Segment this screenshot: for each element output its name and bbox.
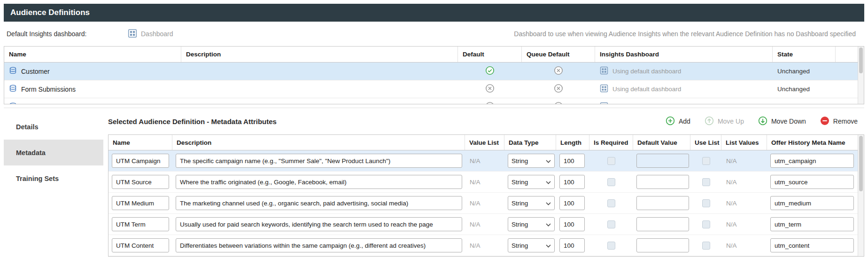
col-header-use-list[interactable]: Use List [690,135,721,150]
offer-history-meta-name-input[interactable] [770,217,854,231]
length-input[interactable] [559,154,585,168]
default-dashboard-picker[interactable]: Dashboard [128,29,173,39]
description-input[interactable] [176,175,462,189]
name-input[interactable] [112,217,169,231]
is-required-checkbox[interactable] [607,199,615,207]
data-type-select[interactable]: String [508,175,555,189]
table-row-customer[interactable]: Customer Using default [4,63,858,80]
metadata-row-utm-term[interactable]: N/A String N/A [108,214,858,235]
is-required-checkbox[interactable] [607,178,615,186]
length-input[interactable] [559,217,585,231]
move-up-icon [705,116,714,127]
remove-button[interactable]: Remove [820,116,858,127]
col-header-list-values[interactable]: List Values [721,135,767,150]
move-down-button[interactable]: Move Down [758,116,806,127]
default-dashboard-help: Dashboard to use when viewing Audience I… [514,30,864,38]
col-header-name[interactable]: Name [4,47,181,62]
table-row-form-submissions[interactable]: Form Submissions Using [4,80,858,98]
length-input[interactable] [559,238,585,252]
offer-history-meta-name-input[interactable] [770,154,854,168]
is-required-checkbox[interactable] [607,242,615,250]
data-type-select[interactable]: String [508,238,555,252]
is-required-checkbox[interactable] [607,157,615,165]
scrollbar-thumb[interactable] [859,136,863,191]
x-circle-icon [554,66,563,77]
col-header-name[interactable]: Name [108,135,172,150]
check-circle-icon [485,66,495,77]
sidebar-item-details[interactable]: Details [4,114,103,140]
col-header-is-required[interactable]: Is Required [589,135,633,150]
default-value-input[interactable] [636,154,689,168]
sidebar-item-label: Details [16,123,39,131]
name-input[interactable] [112,175,169,189]
metadata-row-utm-campaign[interactable]: N/A String N/A [108,150,858,172]
metadata-table-scrollbar[interactable] [858,135,864,256]
use-list-checkbox[interactable] [702,199,710,207]
col-header-state[interactable]: State [773,47,836,62]
page: Audience Definitions Default Insights da… [0,0,868,259]
sidebar-item-metadata[interactable]: Metadata [4,140,103,165]
definitions-table-body: Customer Using default [4,63,858,104]
page-title-bar: Audience Definitions [4,4,864,22]
col-header-data-type[interactable]: Data Type [504,135,556,150]
name-input[interactable] [112,238,169,252]
default-value-input[interactable] [636,217,689,231]
definition-name: Customer [21,68,50,75]
col-header-value-list[interactable]: Value List [465,135,504,150]
data-type-value: String [512,221,528,228]
offer-history-meta-name-input[interactable] [770,196,854,210]
default-value-input[interactable] [636,175,689,189]
col-header-offer-history-meta-name[interactable]: Offer History Meta Name [767,135,858,150]
is-required-checkbox[interactable] [607,220,615,228]
sidebar-item-label: Metadata [16,149,46,157]
col-header-length[interactable]: Length [556,135,589,150]
move-up-button[interactable]: Move Up [705,116,744,127]
data-type-select[interactable]: String [508,217,555,231]
default-dashboard-value: Dashboard [141,30,173,38]
metadata-row-utm-medium[interactable]: N/A String N/A [108,193,858,214]
default-value-input[interactable] [636,238,689,252]
metadata-row-utm-source[interactable]: N/A String N/A [108,172,858,193]
insights-dashboard-value: Using default dashboard [612,86,681,93]
name-input[interactable] [112,154,169,168]
data-type-select[interactable]: String [508,154,555,168]
description-input[interactable] [176,154,462,168]
description-input[interactable] [176,217,462,231]
scrollbar-thumb[interactable] [859,47,863,73]
length-input[interactable] [559,196,585,210]
add-button[interactable]: Add [666,116,690,127]
col-header-insights-dashboard[interactable]: Insights Dashboard [595,47,773,62]
sidebar-item-training-sets[interactable]: Training Sets [4,165,103,191]
default-value-input[interactable] [636,196,689,210]
use-list-checkbox[interactable] [702,157,710,165]
use-list-checkbox[interactable] [702,242,710,250]
metadata-panel-title: Selected Audience Definition - Metadata … [108,118,277,126]
data-type-select[interactable]: String [508,196,555,210]
description-input[interactable] [176,238,462,252]
definition-description [181,80,458,98]
description-input[interactable] [176,196,462,210]
col-header-description[interactable]: Description [172,135,465,150]
offer-history-meta-name-input[interactable] [770,175,854,189]
audience-definitions-table: Name Description Default Queue Default I… [4,46,864,104]
col-header-filler [836,47,858,62]
col-header-default-value[interactable]: Default Value [633,135,690,150]
chevron-down-icon [546,179,551,186]
dashboard-icon [600,102,608,104]
col-header-default[interactable]: Default [458,47,522,62]
table-row-clipped[interactable] [4,98,858,104]
lower-section: Details Metadata Training Sets Selected … [4,108,864,259]
length-input[interactable] [559,175,585,189]
use-list-checkbox[interactable] [702,178,710,186]
offer-history-meta-name-input[interactable] [770,238,854,252]
metadata-row-utm-content[interactable]: N/A String N/A [108,235,858,256]
move-up-button-label: Move Up [718,118,744,125]
col-header-description[interactable]: Description [181,47,458,62]
col-header-queue-default[interactable]: Queue Default [522,47,595,62]
database-icon [9,102,17,105]
use-list-checkbox[interactable] [702,220,710,228]
name-input[interactable] [112,196,169,210]
add-button-label: Add [679,118,690,125]
default-dashboard-label: Default Insights dashboard: [7,30,128,38]
definitions-table-scrollbar[interactable] [858,47,864,104]
